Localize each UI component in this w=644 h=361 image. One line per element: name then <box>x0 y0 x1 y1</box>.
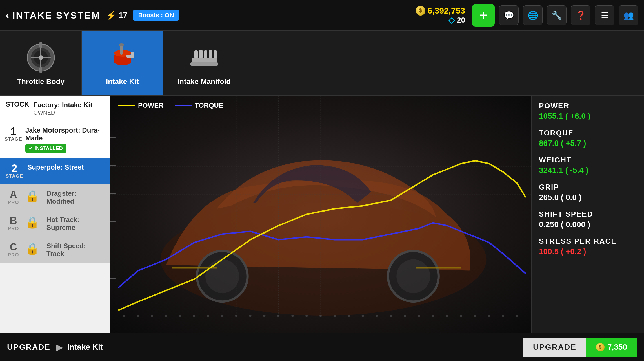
power-line-sample <box>118 105 135 106</box>
wrench-button[interactable]: 🔧 <box>547 5 567 25</box>
svg-point-69 <box>488 315 490 317</box>
lock-c-icon: 🔒 <box>25 242 39 255</box>
svg-point-61 <box>376 315 378 317</box>
upgrade-item-stage2[interactable]: 2 STAGE Superpole: Street <box>0 158 110 184</box>
svg-rect-72 <box>110 137 116 138</box>
installed-badge: ✔ INSTALLED <box>25 144 66 153</box>
tab-throttle-body[interactable]: Throttle Body <box>0 31 82 95</box>
weight-value: 3241.1 ( -5.4 ) <box>539 166 637 175</box>
torque-label: TORQUE <box>539 129 637 137</box>
upgrade-label: UPGRADE <box>7 343 50 352</box>
stage2-text: STAGE <box>6 173 23 179</box>
pro-c-header: C PRO 🔒 Shift Speed: Track <box>6 242 104 258</box>
svg-point-53 <box>263 315 266 317</box>
stage2-header: 2 STAGE Superpole: Street <box>6 163 104 179</box>
svg-point-46 <box>165 315 167 317</box>
grip-label: GRIP <box>539 183 637 191</box>
stat-stress: STRESS PER RACE 100.5 ( +0.2 ) <box>539 237 637 256</box>
stage2-info: Superpole: Street <box>27 163 84 171</box>
intake-kit-icon <box>106 41 139 74</box>
stat-weight: WEIGHT 3241.1 ( -5.4 ) <box>539 156 637 175</box>
torque-line-sample <box>175 105 192 106</box>
pro-b-label: B PRO <box>6 216 21 232</box>
power-legend: POWER <box>118 102 164 109</box>
svg-point-60 <box>362 315 364 317</box>
pro-b-num: B <box>10 216 17 226</box>
check-icon: ✔ <box>29 145 33 151</box>
svg-rect-20 <box>214 50 217 58</box>
pro-c-num: C <box>10 242 17 252</box>
pro-a-text: PRO <box>8 200 19 205</box>
svg-point-57 <box>319 315 322 317</box>
stage1-name: Jake Motorsport: Dura-Made <box>25 126 104 142</box>
header-right: $ 6,392,753 ◇ 20 + 💬 🌐 🔧 ❓ ☰ 👥 <box>416 4 638 27</box>
pro-a-num: A <box>10 190 17 200</box>
svg-rect-21 <box>190 62 218 66</box>
social-button[interactable]: 👥 <box>619 5 638 25</box>
upgrade-item-pro-a[interactable]: A PRO 🔒 Dragster: Modified <box>0 184 110 211</box>
gem-amount: 20 <box>457 16 465 25</box>
pro-b-text: PRO <box>8 226 19 232</box>
svg-point-62 <box>390 315 392 317</box>
add-currency-button[interactable]: + <box>472 4 495 27</box>
help-button[interactable]: ❓ <box>571 5 590 25</box>
tab-intake-kit[interactable]: Intake Kit <box>82 31 163 95</box>
svg-point-5 <box>39 55 43 60</box>
back-button[interactable]: ‹ INTAKE SYSTEM <box>6 9 100 21</box>
stock-info: Factory: Intake Kit OWNED <box>34 101 92 116</box>
coin-icon: $ <box>416 6 425 16</box>
svg-point-50 <box>221 315 223 317</box>
svg-point-54 <box>277 315 279 317</box>
upgrade-item-stock-header: STOCK Factory: Intake Kit OWNED <box>6 101 104 116</box>
currency-section: $ 6,392,753 ◇ 20 <box>416 6 465 25</box>
gem-icon: ◇ <box>448 16 455 25</box>
upgrade-item-pro-b[interactable]: B PRO 🔒 Hot Track: Supreme <box>0 211 110 237</box>
stat-shift-speed: SHIFT SPEED 0.250 ( 0.000 ) <box>539 210 637 229</box>
svg-point-12 <box>119 43 124 46</box>
svg-point-64 <box>418 315 420 317</box>
pro-a-name: Dragster: Modified <box>46 190 104 205</box>
stat-torque: TORQUE 867.0 ( +5.7 ) <box>539 129 637 148</box>
svg-rect-17 <box>199 50 203 58</box>
svg-rect-77 <box>110 278 116 279</box>
upgrade-btn-label[interactable]: UPGRADE <box>523 338 586 357</box>
pro-c-text: PRO <box>8 252 19 258</box>
upgrade-item-pro-c[interactable]: C PRO 🔒 Shift Speed: Track <box>0 237 110 263</box>
back-arrow-icon: ‹ <box>6 9 10 21</box>
svg-point-49 <box>207 315 209 317</box>
svg-point-43 <box>123 315 125 317</box>
gold-currency: $ 6,392,753 <box>416 6 465 16</box>
upgrade-btn-cost[interactable]: $ 7,350 <box>586 338 637 357</box>
page-title: INTAKE SYSTEM <box>12 10 100 21</box>
lightning-icon: ⚡ <box>106 10 116 20</box>
svg-point-58 <box>334 315 336 317</box>
header: ‹ INTAKE SYSTEM ⚡ 17 Boosts : ON $ 6,392… <box>0 0 644 31</box>
tab-intake-manifold[interactable]: Intake Manifold <box>163 31 245 95</box>
upgrade-part-name: Intake Kit <box>67 343 103 352</box>
torque-legend: TORQUE <box>175 102 223 109</box>
upgrade-cost-coin-icon: $ <box>596 343 605 351</box>
svg-rect-18 <box>204 50 207 58</box>
svg-rect-75 <box>110 221 116 222</box>
stress-label: STRESS PER RACE <box>539 237 637 246</box>
upgrade-item-stock[interactable]: STOCK Factory: Intake Kit OWNED <box>0 96 110 121</box>
chat-button[interactable]: 💬 <box>499 5 519 25</box>
upgrade-item-stage1[interactable]: 1 STAGE Jake Motorsport: Dura-Made ✔ INS… <box>0 121 110 158</box>
globe-button[interactable]: 🌐 <box>523 5 543 25</box>
grip-value: 265.0 ( 0.0 ) <box>539 193 637 202</box>
power-value: 1055.1 ( +6.0 ) <box>539 112 637 121</box>
chart-area: POWER TORQUE <box>110 96 531 333</box>
svg-point-71 <box>516 315 518 317</box>
pro-a-label: A PRO <box>6 190 21 205</box>
menu-button[interactable]: ☰ <box>595 5 614 25</box>
parts-tabs: Throttle Body Intake Kit <box>0 31 644 96</box>
torque-legend-label: TORQUE <box>195 102 223 109</box>
stat-grip: GRIP 265.0 ( 0.0 ) <box>539 183 637 202</box>
gold-amount: 6,392,753 <box>428 6 465 16</box>
shift-speed-value: 0.250 ( 0.000 ) <box>539 220 637 229</box>
svg-rect-7 <box>39 67 42 73</box>
stage1-label: 1 STAGE <box>6 126 21 142</box>
boost-badge[interactable]: Boosts : ON <box>133 10 179 21</box>
svg-point-63 <box>404 315 406 317</box>
pro-b-name: Hot Track: Supreme <box>46 216 104 232</box>
